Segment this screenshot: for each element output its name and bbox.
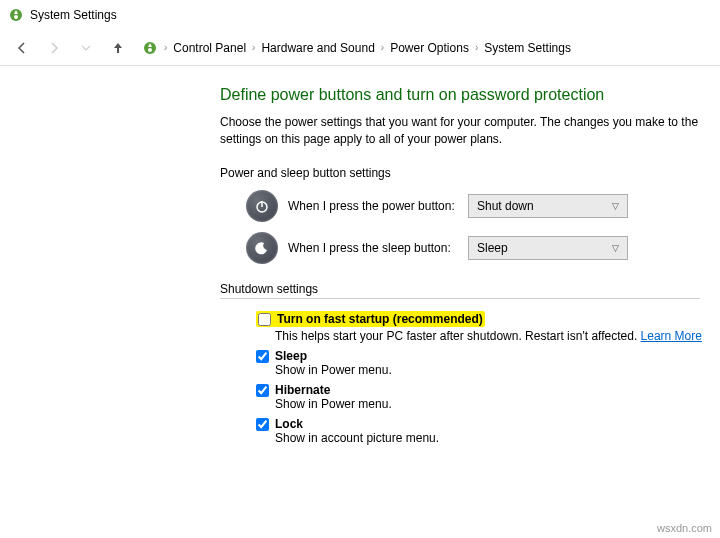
section-shutdown: Shutdown settings (220, 282, 700, 299)
svg-point-3 (148, 48, 152, 52)
sleep-button-value: Sleep (477, 241, 508, 255)
lock-row: Lock (256, 417, 720, 431)
chevron-right-icon: › (164, 42, 167, 53)
chevron-down-icon: ▽ (612, 243, 619, 253)
fast-startup-sub: This helps start your PC faster after sh… (275, 329, 720, 343)
up-button[interactable] (104, 34, 132, 62)
chevron-right-icon: › (475, 42, 478, 53)
page-title: Define power buttons and turn on passwor… (220, 86, 720, 104)
back-button[interactable] (8, 34, 36, 62)
sleep-checkbox[interactable] (256, 350, 269, 363)
power-button-row: When I press the power button: Shut down… (246, 190, 720, 222)
lock-label: Lock (275, 417, 303, 431)
crumb-hardware[interactable]: Hardware and Sound (261, 41, 374, 55)
power-options-icon (142, 40, 158, 56)
hibernate-row: Hibernate (256, 383, 720, 397)
svg-point-1 (14, 15, 18, 19)
lock-sub: Show in account picture menu. (275, 431, 720, 445)
lock-checkbox[interactable] (256, 418, 269, 431)
hibernate-sub: Show in Power menu. (275, 397, 720, 411)
fast-startup-row: Turn on fast startup (recommended) (256, 311, 485, 327)
content: Define power buttons and turn on passwor… (0, 66, 720, 445)
learn-more-link[interactable]: Learn More (641, 329, 702, 343)
navbar: › Control Panel › Hardware and Sound › P… (0, 30, 720, 66)
power-button-select[interactable]: Shut down ▽ (468, 194, 628, 218)
sleep-button-select[interactable]: Sleep ▽ (468, 236, 628, 260)
chevron-down-icon: ▽ (612, 201, 619, 211)
chevron-right-icon: › (252, 42, 255, 53)
page-description: Choose the power settings that you want … (220, 114, 720, 148)
fast-startup-checkbox[interactable] (258, 313, 271, 326)
chevron-right-icon: › (381, 42, 384, 53)
sleep-button-row: When I press the sleep button: Sleep ▽ (246, 232, 720, 264)
power-icon (246, 190, 278, 222)
power-button-label: When I press the power button: (288, 199, 458, 213)
sleep-check-label: Sleep (275, 349, 307, 363)
power-button-value: Shut down (477, 199, 534, 213)
recent-dropdown[interactable] (72, 34, 100, 62)
crumb-system[interactable]: System Settings (484, 41, 571, 55)
breadcrumb[interactable]: › Control Panel › Hardware and Sound › P… (142, 40, 571, 56)
watermark: wsxdn.com (657, 522, 712, 534)
window-title: System Settings (30, 8, 117, 22)
hibernate-checkbox[interactable] (256, 384, 269, 397)
forward-button[interactable] (40, 34, 68, 62)
hibernate-label: Hibernate (275, 383, 330, 397)
section-power-sleep: Power and sleep button settings (220, 166, 720, 180)
sleep-sub: Show in Power menu. (275, 363, 720, 377)
sleep-row: Sleep (256, 349, 720, 363)
power-options-icon (8, 7, 24, 23)
sleep-button-label: When I press the sleep button: (288, 241, 458, 255)
sleep-icon (246, 232, 278, 264)
fast-startup-label: Turn on fast startup (recommended) (277, 312, 483, 326)
crumb-power[interactable]: Power Options (390, 41, 469, 55)
crumb-control-panel[interactable]: Control Panel (173, 41, 246, 55)
titlebar: System Settings (0, 0, 720, 30)
